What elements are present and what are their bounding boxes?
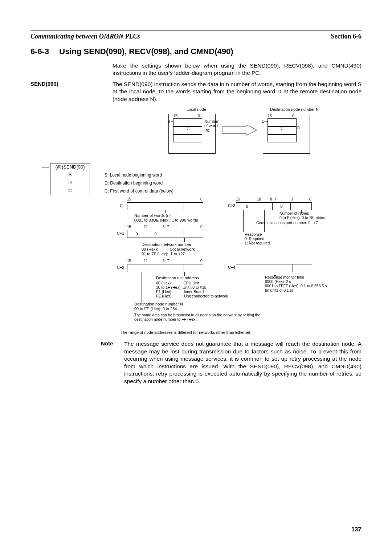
c3-label: C+3: [228, 203, 236, 208]
c2-unit-title: Destination unit address: [156, 276, 199, 280]
c3-zero1: 0: [273, 203, 291, 210]
intro-paragraph: Make the settings shown below when using…: [113, 62, 362, 77]
c-label: C: [120, 203, 123, 208]
section-title-text: Using SEND(090), RECV(098), and CMND(490…: [59, 47, 233, 56]
c3-resp: Response 0: Required. 1: Not required.: [245, 232, 271, 245]
c-t15: 15: [127, 197, 131, 201]
c-t0: 0: [200, 197, 203, 201]
c2-unit-lines: 00 (Hex): CPU Unit 10 to 1F (Hex): Unit …: [156, 281, 228, 298]
range-note: The range of node addresses is different…: [121, 330, 362, 335]
section-number: 6-6-3: [30, 47, 49, 56]
c2-label: C+2: [117, 265, 124, 270]
page-number: 137: [351, 526, 362, 533]
c4-label: C+4: [228, 265, 236, 270]
bit0-a: 0: [198, 114, 200, 118]
c-ann: Number of words (n) 0001 to 03DE (Hex): …: [134, 213, 198, 222]
svg-marker-0: [222, 125, 257, 135]
local-node-box: 15 0 S→ ⋮ Number of words (n): [168, 114, 216, 154]
note-label: Note: [101, 340, 124, 385]
running-header: Communicating between OMRON PLCs Section…: [30, 31, 362, 40]
transfer-arrow-icon: [222, 125, 257, 135]
c2-broadcast: The same data can be broadcast to all no…: [134, 313, 269, 321]
bit15-a: 15: [173, 114, 177, 118]
ladder-row-s: S: [50, 171, 90, 179]
c3-retry: Number of retries 0 to F (Hex): 0 to 15 …: [279, 211, 325, 220]
send-label: SEND(090): [30, 81, 113, 103]
send-diagram: Local node Destination node number N 15 …: [158, 107, 362, 158]
ladder-title: (@)SEND(90): [50, 163, 90, 171]
header-right: Section 6-6: [331, 33, 362, 40]
ladder-block: (@)SEND(90) S D C S: Local node beginnin…: [45, 163, 362, 195]
c3-zero0: 0: [236, 203, 258, 210]
control-word-diagram: C 15 0 Number of words (n) 0001 to 03DE …: [113, 197, 362, 328]
ladder-desc-d: D: Destination beginning word: [105, 179, 173, 187]
c1-zero1: 0: [146, 230, 165, 238]
bit15-b: 15: [268, 114, 272, 118]
num-words-label: Number of words (n): [204, 119, 222, 132]
dest-node-label: Destination node number N: [270, 107, 319, 112]
send-paragraph: The SEND(090) instruction sends the data…: [113, 81, 362, 103]
local-node-label: Local node: [187, 107, 206, 112]
n-label: n: [297, 125, 300, 130]
c3-port: Communications port number: 0 to 7: [256, 220, 318, 225]
ladder-desc-s: S: Local node beginning word: [105, 171, 173, 179]
c4-ann: Response monitor time 0000 (Hex): 2 s 00…: [265, 275, 327, 292]
c1-label: C+1: [117, 231, 124, 235]
note-text: The message service does not guarantee t…: [124, 340, 362, 385]
dest-node-box: 15 0 D→ ⋮ n: [263, 114, 310, 154]
ladder-row-c: C: [50, 187, 90, 195]
bit0-b: 0: [292, 114, 294, 118]
c1-ann: Destination network number 00 (Hex): Loc…: [142, 242, 195, 256]
side-blank: [30, 62, 113, 77]
ladder-desc-c: C: First word of control data (below): [105, 187, 173, 195]
ladder-row-d: D: [50, 179, 90, 187]
c2-node: Destination node number N 00 to FE (Hex)…: [134, 302, 183, 311]
header-left: Communicating between OMRON PLCs: [30, 33, 140, 40]
c1-zero0: 0: [127, 230, 146, 238]
section-title: 6-6-3Using SEND(090), RECV(098), and CMN…: [30, 47, 362, 56]
